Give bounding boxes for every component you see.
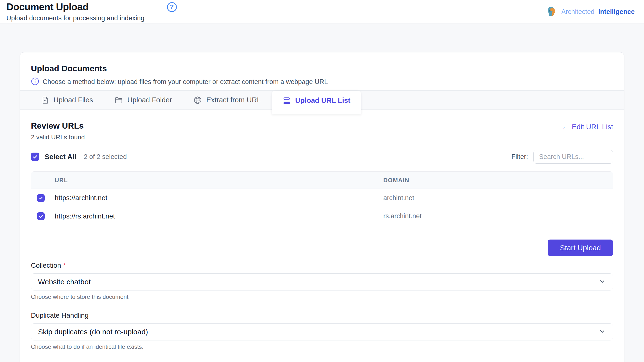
review-title: Review URLs bbox=[31, 121, 85, 131]
tab-upload-files[interactable]: Upload Files bbox=[30, 91, 104, 110]
chevron-down-icon bbox=[599, 328, 606, 336]
page-title: Document Upload bbox=[6, 1, 88, 12]
collection-select-value: Website chatbot bbox=[38, 278, 91, 286]
card-hint: Choose a method below: upload files from… bbox=[31, 77, 613, 86]
select-all-label: Select All bbox=[45, 153, 76, 161]
url-table-header: URL DOMAIN bbox=[31, 172, 613, 189]
row-domain: rs.archint.net bbox=[383, 212, 613, 220]
duplicate-handling-field: Duplicate Handling Skip duplicates (do n… bbox=[31, 312, 613, 350]
edit-url-list-link[interactable]: ← Edit URL List bbox=[562, 123, 613, 131]
upload-card: Upload Documents Choose a method below: … bbox=[20, 52, 624, 362]
row-url: https://rs.archint.net bbox=[55, 212, 383, 220]
card-head: Upload Documents Choose a method below: … bbox=[20, 52, 624, 90]
column-header-url: URL bbox=[55, 177, 383, 184]
tab-label: Upload Files bbox=[54, 96, 93, 104]
brand-head-icon bbox=[547, 6, 558, 18]
card-hint-text: Choose a method below: upload files from… bbox=[43, 78, 328, 86]
duplicate-handling-label: Duplicate Handling bbox=[31, 312, 613, 319]
brand-logo: Architected Intelligence bbox=[547, 6, 635, 18]
table-row: https://rs.archint.net rs.archint.net bbox=[31, 207, 613, 225]
tab-upload-url-list[interactable]: Upload URL List bbox=[272, 91, 361, 114]
selected-summary: 2 of 2 selected bbox=[84, 153, 127, 161]
row-checkbox[interactable] bbox=[37, 212, 45, 220]
collection-helper: Choose where to store this document bbox=[31, 293, 613, 300]
check-icon bbox=[32, 154, 38, 160]
tab-extract-from-url[interactable]: Extract from URL bbox=[183, 91, 272, 110]
globe-icon bbox=[194, 96, 202, 104]
page-title-block: Document Upload ? Upload documents for p… bbox=[6, 1, 177, 22]
check-icon bbox=[38, 214, 44, 219]
collection-select[interactable]: Website chatbot bbox=[31, 273, 613, 291]
duplicate-handling-select[interactable]: Skip duplicates (do not re-upload) bbox=[31, 323, 613, 341]
card-title: Upload Documents bbox=[31, 64, 613, 73]
help-icon[interactable]: ? bbox=[167, 2, 177, 12]
valid-url-count: 2 valid URLs found bbox=[31, 134, 85, 141]
duplicate-handling-helper: Choose what to do if an identical file e… bbox=[31, 343, 613, 350]
tab-label: Upload Folder bbox=[127, 96, 172, 104]
list-icon bbox=[282, 97, 291, 105]
review-section: Review URLs 2 valid URLs found ← Edit UR… bbox=[20, 110, 624, 362]
check-icon bbox=[38, 195, 44, 200]
brand-name: Architected Intelligence bbox=[561, 8, 635, 16]
column-header-domain: DOMAIN bbox=[383, 177, 613, 184]
folder-icon bbox=[114, 96, 123, 104]
file-upload-icon bbox=[41, 96, 49, 104]
tab-upload-folder[interactable]: Upload Folder bbox=[104, 91, 183, 110]
filter-label: Filter: bbox=[512, 153, 528, 161]
tab-label: Upload URL List bbox=[295, 97, 350, 105]
app-header: Document Upload ? Upload documents for p… bbox=[0, 0, 644, 24]
collection-label: Collection* bbox=[31, 262, 613, 269]
main-area: Upload Documents Choose a method below: … bbox=[0, 24, 644, 362]
search-urls-input[interactable] bbox=[534, 150, 613, 164]
table-row: https://archint.net archint.net bbox=[31, 189, 613, 207]
select-all-checkbox[interactable] bbox=[31, 153, 39, 161]
tab-label: Extract from URL bbox=[206, 96, 261, 104]
url-table: URL DOMAIN https://archint.net archint.n… bbox=[31, 172, 613, 225]
page-subtitle: Upload documents for processing and inde… bbox=[6, 14, 177, 22]
collection-field: Collection* Website chatbot Choose where… bbox=[31, 262, 613, 300]
list-controls: Select All 2 of 2 selected Filter: bbox=[31, 150, 613, 164]
upload-method-tabs: Upload Files Upload Folder bbox=[20, 90, 624, 110]
row-url: https://archint.net bbox=[55, 194, 383, 202]
info-icon bbox=[31, 77, 39, 86]
row-domain: archint.net bbox=[383, 194, 613, 202]
duplicate-handling-select-value: Skip duplicates (do not re-upload) bbox=[38, 328, 148, 336]
required-marker: * bbox=[63, 262, 66, 269]
chevron-down-icon bbox=[599, 278, 606, 286]
row-checkbox[interactable] bbox=[37, 194, 45, 202]
start-upload-button[interactable]: Start Upload bbox=[548, 239, 613, 256]
back-arrow-icon: ← bbox=[562, 123, 569, 131]
